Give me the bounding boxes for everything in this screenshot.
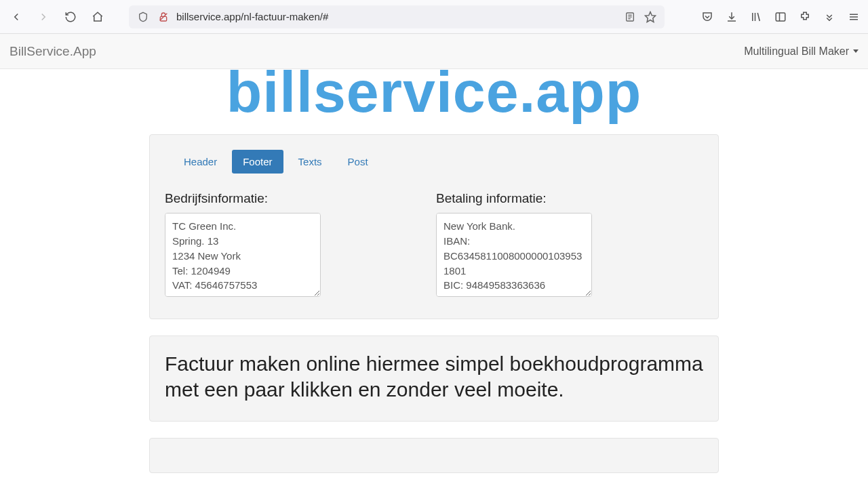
library-icon[interactable] bbox=[749, 9, 764, 24]
browser-toolbar: billservice.app/nl-factuur-maken/# bbox=[0, 0, 868, 34]
forward-button[interactable] bbox=[34, 7, 53, 26]
bookmark-star-icon[interactable] bbox=[643, 9, 658, 24]
nav-dropdown[interactable]: Multilingual Bill Maker bbox=[744, 45, 859, 58]
next-panel bbox=[149, 438, 719, 473]
home-button[interactable] bbox=[88, 7, 107, 26]
nav-dropdown-label: Multilingual Bill Maker bbox=[744, 45, 849, 58]
tab-post[interactable]: Post bbox=[337, 150, 379, 174]
tab-header[interactable]: Header bbox=[173, 150, 228, 174]
reader-mode-icon[interactable] bbox=[623, 9, 637, 24]
tab-footer[interactable]: Footer bbox=[232, 150, 283, 174]
company-info-label: Bedrijfsinformatie: bbox=[165, 191, 321, 206]
lock-insecure-icon bbox=[156, 9, 171, 24]
chevron-down-icon bbox=[853, 49, 859, 53]
sidebar-icon[interactable] bbox=[773, 9, 788, 24]
tabs: Header Footer Texts Post bbox=[173, 150, 703, 174]
back-button[interactable] bbox=[7, 7, 26, 26]
description-panel: Factuur maken online hiermee simpel boek… bbox=[149, 336, 719, 422]
description-text: Factuur maken online hiermee simpel boek… bbox=[165, 351, 703, 402]
overflow-icon[interactable] bbox=[822, 9, 837, 24]
reload-button[interactable] bbox=[61, 7, 80, 26]
company-info-textarea[interactable] bbox=[165, 213, 321, 297]
svg-line-10 bbox=[757, 13, 760, 21]
hero-title: billservice.app bbox=[0, 61, 868, 122]
url-bar[interactable]: billservice.app/nl-factuur-maken/# bbox=[129, 5, 665, 28]
svg-marker-6 bbox=[646, 12, 656, 22]
extensions-icon[interactable] bbox=[797, 9, 812, 24]
payment-info-label: Betaling informatie: bbox=[436, 191, 592, 206]
pocket-icon[interactable] bbox=[700, 9, 715, 24]
downloads-icon[interactable] bbox=[724, 9, 739, 24]
shield-icon bbox=[136, 9, 151, 24]
menu-icon[interactable] bbox=[846, 9, 861, 24]
footer-panel: Header Footer Texts Post Bedrijfsinforma… bbox=[149, 134, 719, 319]
brand[interactable]: BillService.App bbox=[9, 44, 96, 59]
url-text: billservice.app/nl-factuur-maken/# bbox=[176, 11, 328, 22]
svg-rect-11 bbox=[776, 13, 785, 21]
payment-info-textarea[interactable] bbox=[436, 213, 592, 297]
tab-texts[interactable]: Texts bbox=[288, 150, 333, 174]
